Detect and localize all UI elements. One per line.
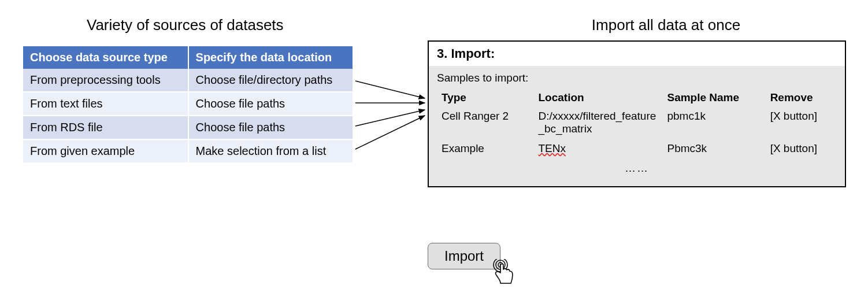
samples-to-import-label: Samples to import: (437, 72, 837, 84)
table-row: From given example Make selection from a… (23, 139, 353, 162)
svg-line-2 (355, 110, 425, 126)
sample-remove-cell[interactable]: [X button] (766, 106, 837, 139)
table-row: Example TENx Pbmc3k [X button] (437, 139, 837, 158)
source-type-cell: From text files (23, 92, 188, 116)
left-heading: Variety of sources of datasets (87, 16, 284, 34)
sample-name-cell: Pbmc3k (662, 139, 765, 158)
table-row: Cell Ranger 2 D:/xxxxx/filtered_feature_… (437, 106, 837, 139)
svg-line-3 (355, 116, 425, 149)
sample-name-cell: pbmc1k (662, 106, 765, 139)
svg-line-0 (355, 81, 425, 98)
right-heading: Import all data at once (477, 16, 855, 34)
table-row: From preprocessing tools Choose file/dir… (23, 69, 353, 92)
import-panel: 3. Import: Samples to import: Type Locat… (428, 40, 846, 187)
sample-type-cell: Example (437, 139, 533, 158)
import-button[interactable]: Import (428, 243, 500, 269)
sample-location-cell: D:/xxxxx/filtered_feature_bc_matrix (533, 106, 662, 139)
ellipsis-cell: …… (437, 158, 837, 178)
source-table-header-location: Specify the data location (188, 46, 353, 69)
sample-location-cell: TENx (533, 139, 662, 158)
sample-type-cell: Cell Ranger 2 (437, 106, 533, 139)
source-location-cell: Choose file paths (188, 92, 353, 116)
source-types-table: Choose data source type Specify the data… (23, 46, 353, 162)
source-type-cell: From RDS file (23, 116, 188, 139)
table-row: From text files Choose file paths (23, 92, 353, 116)
source-location-cell: Choose file/directory paths (188, 69, 353, 92)
table-row: From RDS file Choose file paths (23, 116, 353, 139)
import-step-title: 3. Import: (429, 42, 845, 66)
sample-remove-cell[interactable]: [X button] (766, 139, 837, 158)
source-location-cell: Make selection from a list (188, 139, 353, 162)
table-ellipsis-row: …… (437, 158, 837, 178)
source-type-cell: From preprocessing tools (23, 69, 188, 92)
samples-col-location: Location (533, 89, 662, 106)
samples-table: Type Location Sample Name Remove Cell Ra… (437, 89, 837, 178)
source-type-cell: From given example (23, 139, 188, 162)
samples-col-type: Type (437, 89, 533, 106)
samples-col-sample-name: Sample Name (662, 89, 765, 106)
source-table-header-type: Choose data source type (23, 46, 188, 69)
source-location-cell: Choose file paths (188, 116, 353, 139)
samples-col-remove: Remove (766, 89, 837, 106)
